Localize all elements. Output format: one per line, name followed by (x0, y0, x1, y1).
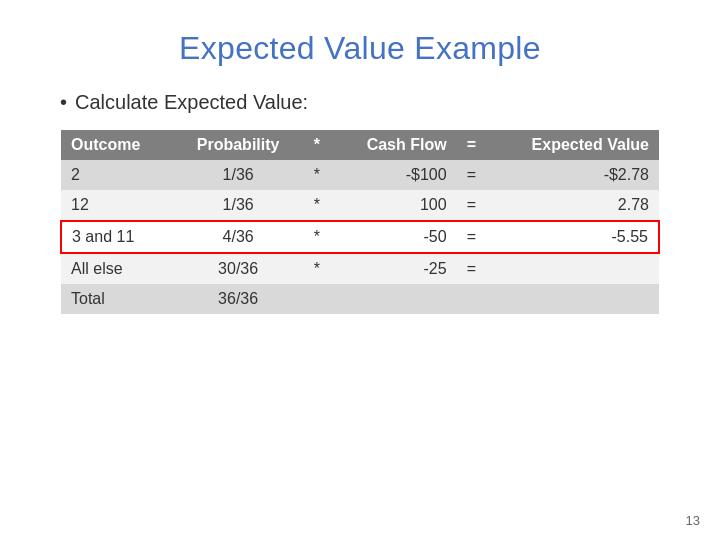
header-probability: Probability (173, 130, 302, 160)
header-expected: Expected Value (486, 130, 659, 160)
table-row: 121/36*100=2.78 (61, 190, 659, 221)
table-cell: Total (61, 284, 173, 314)
bullet-text: • Calculate Expected Value: (60, 91, 660, 114)
table-cell: = (457, 190, 486, 221)
table-cell: = (457, 160, 486, 190)
bullet-label: Calculate Expected Value: (75, 91, 308, 114)
table-cell: 30/36 (173, 253, 302, 284)
table-row: 3 and 114/36*-50=-5.55 (61, 221, 659, 253)
header-outcome: Outcome (61, 130, 173, 160)
table-cell: -50 (331, 221, 457, 253)
header-star: * (303, 130, 331, 160)
table-cell: -25 (331, 253, 457, 284)
table-cell: * (303, 221, 331, 253)
table-cell (457, 284, 486, 314)
table-cell: = (457, 253, 486, 284)
table-cell: * (303, 160, 331, 190)
table-header-row: Outcome Probability * Cash Flow = Expect… (61, 130, 659, 160)
page-container: Expected Value Example • Calculate Expec… (0, 0, 720, 540)
table-cell: 2.78 (486, 190, 659, 221)
table-cell (303, 284, 331, 314)
table-cell: * (303, 253, 331, 284)
table-cell: -5.55 (486, 221, 659, 253)
table-cell: 2 (61, 160, 173, 190)
table-cell: 12 (61, 190, 173, 221)
table-cell: 36/36 (173, 284, 302, 314)
table-cell: = (457, 221, 486, 253)
table-body: 21/36*-$100=-$2.78121/36*100=2.783 and 1… (61, 160, 659, 314)
table-cell: 1/36 (173, 160, 302, 190)
header-equals: = (457, 130, 486, 160)
table-cell: All else (61, 253, 173, 284)
table-cell: -$100 (331, 160, 457, 190)
page-number: 13 (686, 513, 700, 528)
table-row: Total36/36 (61, 284, 659, 314)
table-row: 21/36*-$100=-$2.78 (61, 160, 659, 190)
page-title: Expected Value Example (60, 30, 660, 67)
table-cell (486, 284, 659, 314)
table-cell: -$2.78 (486, 160, 659, 190)
expected-value-table: Outcome Probability * Cash Flow = Expect… (60, 130, 660, 314)
table-cell: 4/36 (173, 221, 302, 253)
bullet-section: • Calculate Expected Value: Outcome Prob… (60, 91, 660, 314)
bullet-dot: • (60, 91, 67, 114)
table-cell: 1/36 (173, 190, 302, 221)
header-cashflow: Cash Flow (331, 130, 457, 160)
table-cell (331, 284, 457, 314)
table-row: All else30/36*-25= (61, 253, 659, 284)
table-cell (486, 253, 659, 284)
table-cell: 3 and 11 (61, 221, 173, 253)
table-cell: 100 (331, 190, 457, 221)
table-cell: * (303, 190, 331, 221)
